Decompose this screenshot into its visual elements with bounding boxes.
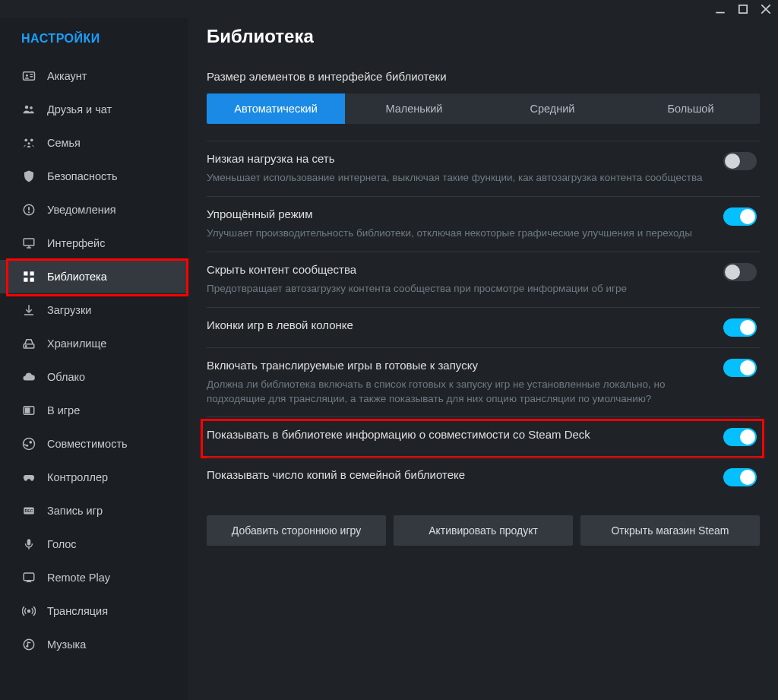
setting-desc: Улучшает производительность библиотеки, … [207, 226, 705, 241]
sidebar-item-storage[interactable]: Хранилище [0, 327, 188, 360]
sidebar-item-library[interactable]: Библиотека [0, 260, 188, 293]
toggle-low-perf[interactable] [723, 207, 757, 226]
size-option-large[interactable]: Большой [621, 93, 760, 124]
id-card-icon [21, 68, 36, 84]
setting-game-icons: Иконки игр в левой колонке [207, 307, 760, 347]
sidebar-item-label: Запись игр [47, 505, 103, 517]
setting-title: Показывать в библиотеке информацию о сов… [207, 428, 705, 441]
toggle-steamdeck-compat[interactable] [723, 428, 757, 446]
overlay-icon [21, 403, 36, 418]
content-area: Библиотека Размер элементов в интерфейсе… [188, 18, 778, 700]
setting-low-bandwidth: Низкая нагрузка на сеть Уменьшает исполь… [207, 141, 760, 196]
settings-window: НАСТРОЙКИ Аккаунт Друзья и чат Семья Без… [0, 0, 778, 700]
svg-point-24 [26, 346, 27, 347]
alert-icon [21, 202, 36, 217]
setting-title: Показывать число копий в семейной библио… [207, 468, 705, 481]
setting-family-copies: Показывать число копий в семейной библио… [207, 457, 760, 497]
sidebar: НАСТРОЙКИ Аккаунт Друзья и чат Семья Без… [0, 18, 188, 700]
maximize-button[interactable] [737, 3, 749, 15]
open-store-button[interactable]: Открыть магазин Steam [580, 515, 760, 546]
controller-icon [21, 470, 36, 485]
toggle-family-copies[interactable] [723, 468, 757, 486]
minimize-button[interactable] [714, 3, 726, 15]
svg-point-38 [26, 645, 28, 648]
sidebar-title: НАСТРОЙКИ [0, 26, 188, 59]
svg-rect-16 [24, 239, 34, 245]
setting-title: Иконки игр в левой колонке [207, 318, 705, 331]
sidebar-item-security[interactable]: Безопасность [0, 160, 188, 193]
sidebar-item-label: Интерфейс [47, 237, 105, 249]
toggle-low-bandwidth[interactable] [723, 152, 757, 170]
sidebar-item-interface[interactable]: Интерфейс [0, 226, 188, 260]
size-option-small[interactable]: Маленький [345, 93, 483, 124]
sidebar-item-downloads[interactable]: Загрузки [0, 293, 188, 327]
setting-desc: Предотвращает автозагрузку контента сооб… [207, 282, 705, 296]
close-button[interactable] [760, 3, 772, 15]
svg-rect-1 [739, 5, 747, 13]
sidebar-item-remoteplay[interactable]: Remote Play [0, 561, 188, 594]
svg-rect-26 [26, 408, 30, 413]
setting-title: Включать транслируемые игры в готовые к … [207, 359, 705, 372]
svg-text:REC: REC [24, 508, 33, 513]
broadcast-icon [21, 603, 36, 619]
sidebar-item-friends[interactable]: Друзья и чат [0, 93, 188, 126]
setting-desc: Должна ли библиотека включать в список г… [207, 378, 705, 407]
steam-icon [21, 436, 36, 451]
sidebar-item-notifications[interactable]: Уведомления [0, 193, 188, 226]
page-title: Библиотека [207, 26, 760, 47]
toggle-hide-community[interactable] [723, 263, 757, 281]
sidebar-item-label: Remote Play [47, 572, 110, 584]
download-icon [21, 302, 36, 318]
sidebar-item-cloud[interactable]: Облако [0, 360, 188, 394]
sidebar-item-label: Библиотека [47, 271, 107, 283]
sidebar-item-ingame[interactable]: В игре [0, 394, 188, 427]
size-option-medium[interactable]: Средний [483, 93, 621, 124]
svg-point-15 [28, 211, 30, 213]
add-nonsteam-button[interactable]: Добавить стороннюю игру [207, 515, 386, 546]
sidebar-item-label: Трансляция [47, 605, 108, 617]
sidebar-item-label: В игре [47, 404, 80, 417]
sidebar-item-family[interactable]: Семья [0, 126, 188, 160]
toggle-streamable-ready[interactable] [723, 359, 757, 377]
setting-title: Низкая нагрузка на сеть [207, 152, 705, 165]
toggle-game-icons[interactable] [723, 318, 757, 337]
svg-point-5 [26, 74, 28, 77]
svg-point-8 [25, 106, 29, 109]
setting-streamable-ready: Включать транслируемые игры в готовые к … [207, 347, 760, 417]
rec-icon: REC [21, 503, 36, 518]
activate-product-button[interactable]: Активировать продукт [394, 515, 573, 546]
svg-point-36 [28, 610, 30, 613]
sidebar-item-music[interactable]: Музыка [0, 628, 188, 661]
svg-rect-19 [24, 271, 27, 275]
setting-title: Упрощённый режим [207, 207, 705, 220]
svg-point-28 [29, 441, 32, 444]
sidebar-item-label: Совместимость [47, 438, 128, 450]
svg-point-11 [30, 138, 33, 141]
sidebar-item-label: Безопасность [47, 170, 118, 182]
music-icon [21, 637, 36, 652]
sidebar-item-controller[interactable]: Контроллер [0, 461, 188, 494]
library-size-segmented: Автоматический Маленький Средний Большой [207, 93, 760, 124]
sidebar-item-voice[interactable]: Голос [0, 527, 188, 561]
cloud-icon [21, 369, 36, 385]
sidebar-item-broadcast[interactable]: Трансляция [0, 594, 188, 628]
size-section-label: Размер элементов в интерфейсе библиотеки [207, 70, 760, 83]
sidebar-item-label: Друзья и чат [47, 103, 112, 116]
sidebar-item-recording[interactable]: REC Запись игр [0, 494, 188, 527]
setting-title: Скрыть контент сообщества [207, 263, 705, 276]
svg-point-12 [28, 142, 30, 144]
svg-rect-22 [30, 278, 34, 282]
sidebar-item-label: Хранилище [47, 337, 106, 350]
svg-rect-21 [24, 278, 27, 282]
monitor-icon [21, 236, 36, 251]
family-icon [21, 135, 36, 150]
svg-rect-33 [27, 539, 31, 545]
sidebar-item-label: Облако [47, 371, 85, 383]
sidebar-item-compatibility[interactable]: Совместимость [0, 427, 188, 461]
size-option-auto[interactable]: Автоматический [207, 93, 345, 124]
sidebar-item-label: Голос [47, 538, 77, 550]
setting-hide-community: Скрыть контент сообщества Предотвращает … [207, 252, 760, 307]
svg-point-37 [24, 639, 34, 650]
sidebar-item-account[interactable]: Аккаунт [0, 59, 188, 93]
cast-icon [21, 570, 36, 585]
